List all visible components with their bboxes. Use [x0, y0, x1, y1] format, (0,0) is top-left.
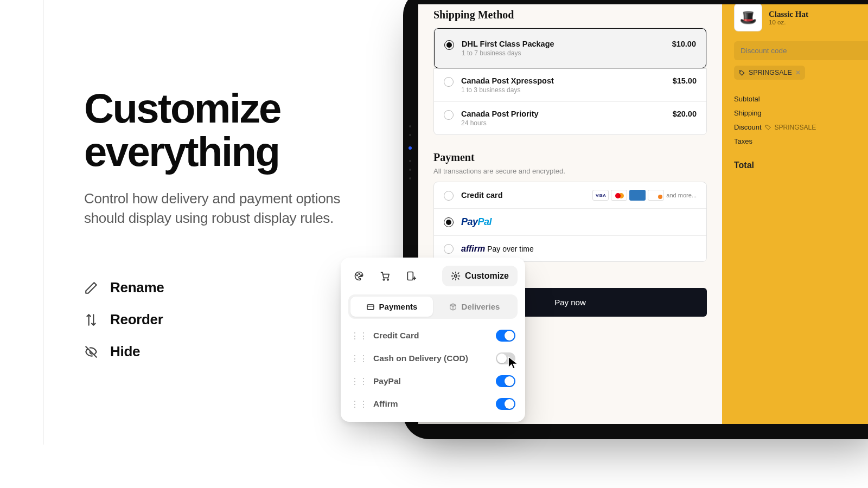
total-label: Total — [734, 160, 754, 170]
radio-icon — [444, 244, 454, 254]
card-brand-icons: and more... — [592, 190, 697, 201]
svg-point-5 — [387, 279, 389, 280]
eye-off-icon — [84, 345, 98, 359]
payment-title: Payment — [433, 151, 707, 164]
palette-icon — [354, 271, 365, 281]
svg-point-0 — [740, 71, 741, 72]
pencil-icon — [84, 281, 98, 295]
gear-icon — [451, 271, 461, 281]
order-summary: 🎩 Classic Hat 10 oz. SPRINGSALE ✕ Subtot… — [722, 4, 868, 424]
toggle-paypal[interactable] — [496, 375, 515, 387]
radio-icon — [444, 110, 454, 120]
device-plus-icon — [406, 271, 417, 281]
feature-rename: Rename — [84, 279, 366, 296]
panel-tabs: Payments Deliveries — [348, 294, 518, 319]
svg-point-7 — [455, 275, 457, 278]
shipping-method-title: Shipping Method — [433, 9, 707, 21]
affirm-icon: affirmPay over time — [461, 244, 534, 254]
feature-reorder: Reorder — [84, 311, 366, 328]
cart-icon — [380, 271, 391, 281]
paypal-icon: PayPal — [461, 216, 492, 228]
payment-item-credit-card[interactable]: ⋮⋮ Credit Card — [348, 325, 518, 346]
payment-item-affirm[interactable]: ⋮⋮ Affirm — [348, 394, 518, 414]
tab-payments[interactable]: Payments — [350, 297, 433, 317]
tab-deliveries[interactable]: Deliveries — [433, 297, 515, 317]
shipping-option-dhl[interactable]: DHL First Class Package 1 to 7 business … — [434, 28, 706, 68]
shipping-label: Shipping — [734, 109, 762, 117]
card-icon — [366, 303, 375, 311]
payment-option-card[interactable]: Credit card and more... — [434, 182, 706, 208]
payment-item-cod[interactable]: ⋮⋮ Cash on Delivery (COD) — [348, 348, 518, 369]
feature-hide: Hide — [84, 343, 366, 360]
discount-label: Discount — [734, 123, 762, 131]
payment-item-paypal[interactable]: ⋮⋮ PayPal — [348, 371, 518, 391]
drag-handle-icon[interactable]: ⋮⋮ — [350, 354, 368, 364]
discount-code-input[interactable] — [734, 41, 868, 60]
cart-button[interactable] — [374, 265, 396, 287]
discount-tag[interactable]: SPRINGSALE ✕ — [734, 66, 805, 80]
amex-icon — [629, 190, 646, 201]
theme-button[interactable] — [348, 265, 370, 287]
package-icon — [449, 303, 457, 311]
reorder-icon — [84, 313, 98, 327]
drag-handle-icon[interactable]: ⋮⋮ — [350, 331, 368, 341]
svg-point-2 — [359, 273, 360, 274]
cart-line-item: 🎩 Classic Hat 10 oz. — [734, 4, 868, 31]
add-device-button[interactable] — [400, 265, 422, 287]
radio-selected-icon — [444, 40, 454, 50]
product-thumbnail: 🎩 — [734, 4, 762, 31]
svg-point-4 — [383, 279, 385, 280]
subtotal-label: Subtotal — [734, 95, 760, 103]
svg-rect-8 — [367, 305, 374, 310]
toggle-affirm[interactable] — [496, 398, 515, 410]
radio-icon — [444, 191, 454, 201]
shipping-option-xpresspost[interactable]: Canada Post Xpresspost 1 to 3 business d… — [434, 69, 706, 101]
taxes-label: Taxes — [734, 137, 752, 145]
remove-tag-icon[interactable]: ✕ — [795, 69, 801, 76]
page-title: Customize everything — [84, 87, 366, 174]
tag-icon — [738, 69, 745, 76]
page-subtitle: Control how delivery and payment options… — [84, 189, 366, 228]
svg-rect-6 — [407, 272, 413, 280]
customize-panel: Customize Payments Deliveries ⋮⋮ Credit … — [341, 258, 525, 422]
payment-option-paypal[interactable]: PayPal — [434, 208, 706, 235]
visa-icon — [592, 190, 609, 201]
toggle-credit-card[interactable] — [496, 330, 515, 342]
drag-handle-icon[interactable]: ⋮⋮ — [350, 376, 368, 387]
payment-options: Credit card and more... PayPal affir — [433, 182, 707, 262]
shipping-option-priority[interactable]: Canada Post Priority 24 hours $20.00 — [434, 101, 706, 134]
svg-point-3 — [361, 275, 362, 276]
toggle-cod[interactable] — [496, 352, 515, 364]
payment-subtitle: All transactions are secure and encrypte… — [433, 167, 707, 175]
tag-icon — [765, 124, 771, 131]
divider — [43, 0, 44, 445]
radio-selected-icon — [444, 217, 454, 227]
customize-button[interactable]: Customize — [442, 266, 518, 286]
radio-icon — [444, 77, 454, 87]
svg-point-1 — [356, 275, 358, 276]
mastercard-icon — [611, 190, 627, 201]
shipping-options: DHL First Class Package 1 to 7 business … — [433, 28, 707, 69]
discover-icon — [648, 190, 664, 201]
drag-handle-icon[interactable]: ⋮⋮ — [350, 399, 368, 409]
hero: Customize everything Control how deliver… — [84, 87, 366, 375]
shipping-options-rest: Canada Post Xpresspost 1 to 3 business d… — [433, 68, 707, 135]
